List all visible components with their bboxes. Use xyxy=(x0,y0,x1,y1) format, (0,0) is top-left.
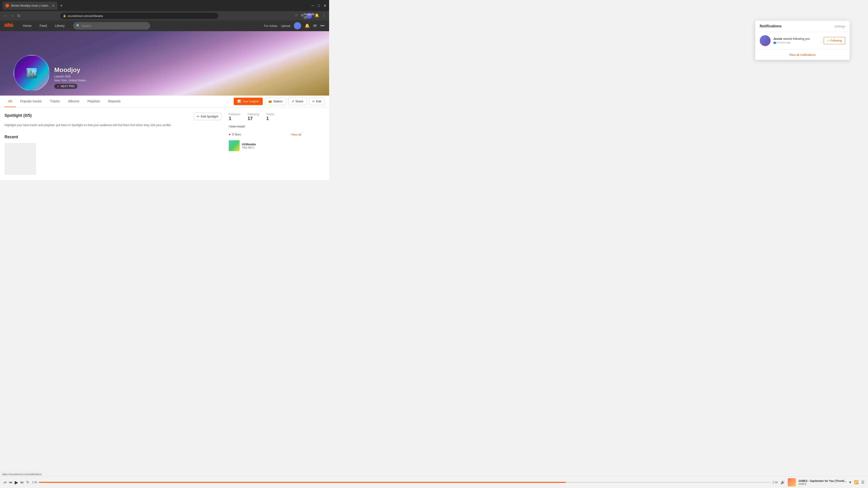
profile-background xyxy=(0,31,329,96)
liked-track-info: A24beaba Your Mix 1 xyxy=(242,142,256,149)
following-value: 17 xyxy=(248,116,259,121)
share-button[interactable]: ↗ Share xyxy=(288,98,307,105)
nav-notifications-bell[interactable]: 🔔 xyxy=(305,23,310,28)
tab-popular-tracks[interactable]: Popular tracks xyxy=(17,96,45,107)
spotlight-title: Spotlight (0/5) xyxy=(4,113,32,118)
followers-value: 1 xyxy=(229,116,240,121)
new-tab-button[interactable]: + xyxy=(60,3,63,8)
recent-track-thumb[interactable] xyxy=(4,143,36,175)
window-controls: ─ □ ✕ xyxy=(311,4,327,8)
liked-item[interactable]: A24beaba Your Mix 1 xyxy=(229,139,301,153)
main-content: Spotlight (0/5) ✏ Edit Spotlight Highlig… xyxy=(0,107,329,180)
svg-rect-0 xyxy=(4,24,5,27)
profile-avatar: 🏙️ xyxy=(13,55,50,91)
url-input[interactable]: 🔒 soundcloud.com/a24beaba xyxy=(60,13,218,19)
reload-button[interactable]: ↻ xyxy=(17,13,21,18)
svg-rect-1 xyxy=(6,23,6,27)
extensions-button[interactable]: ⚙ xyxy=(301,13,304,19)
tab-tracks[interactable]: Tracks xyxy=(46,96,64,107)
liked-track-name: Your Mix 1 xyxy=(242,146,256,149)
pro-label: NEXT PRO xyxy=(61,85,74,88)
content-left: Spotlight (0/5) ✏ Edit Spotlight Highlig… xyxy=(4,113,221,175)
notifications-button[interactable]: 🔔 xyxy=(315,13,319,19)
content-right: Followers 1 Following 17 Tracks 1 I love… xyxy=(229,113,301,175)
secure-icon: 🔒 xyxy=(63,14,66,18)
following-label: Following xyxy=(248,113,259,116)
radio-icon: 📻 xyxy=(268,100,272,103)
nav-right: For Artists Upload 🔔 ✉ ••• xyxy=(264,22,324,29)
liked-track-user: A24beaba xyxy=(242,142,256,146)
nav-library[interactable]: Library xyxy=(51,20,69,31)
likes-section: ♥ 9 likes View all A24beaba Your Mix 1 xyxy=(229,133,301,153)
search-input[interactable] xyxy=(82,24,147,28)
nav-home[interactable]: Home xyxy=(19,20,35,31)
user-avatar[interactable] xyxy=(294,22,301,29)
tab-close-button[interactable]: ✕ xyxy=(52,4,55,7)
pencil-spotlight-icon: ✏ xyxy=(197,115,199,118)
likes-title: ♥ 9 likes xyxy=(229,133,241,136)
profile-button[interactable]: Incognito (2) xyxy=(307,13,312,19)
browser-toolbar: ☆ ⚙ Incognito (2) 🔔 ⋮ xyxy=(295,13,326,19)
svg-rect-4 xyxy=(9,24,10,27)
tracks-value: 1 xyxy=(266,116,274,121)
url-text: soundcloud.com/a24beaba xyxy=(68,14,103,18)
soundcloud-logo[interactable] xyxy=(4,22,13,29)
tracks-label: Tracks xyxy=(266,113,274,116)
browser-tab[interactable]: Stream Moodjoy music | Listen... ✕ xyxy=(3,2,57,10)
tab-albums[interactable]: Albums xyxy=(64,96,83,107)
top-nav: Home Feed Library 🔍 For Artists Upload 🔔… xyxy=(0,20,329,31)
profile-location: New York, United States xyxy=(54,78,86,82)
svg-rect-5 xyxy=(10,24,11,27)
stat-following: Following 17 xyxy=(248,113,259,121)
likes-header: ♥ 9 likes View all xyxy=(229,133,301,136)
view-all-likes[interactable]: View all xyxy=(291,133,301,136)
browser-chrome: Stream Moodjoy music | Listen... ✕ + ─ □… xyxy=(0,0,329,11)
edit-spotlight-button[interactable]: ✏ Edit Spotlight xyxy=(193,113,221,120)
nav-for-artists[interactable]: For Artists xyxy=(264,24,277,28)
stat-followers: Followers 1 xyxy=(229,113,240,121)
bar-chart-icon: 📊 xyxy=(237,100,241,103)
svg-rect-7 xyxy=(12,24,13,27)
share-icon: ↗ xyxy=(291,100,294,103)
tab-reposts[interactable]: Reposts xyxy=(104,96,124,107)
profile-pro-badge[interactable]: ★ NEXT PRO xyxy=(54,84,77,89)
tab-all[interactable]: All xyxy=(4,96,16,107)
profile-action-buttons: 📊 Your Insights 📻 Station ↗ Share ✏ Edit xyxy=(234,98,324,105)
pencil-icon: ✏ xyxy=(312,100,315,103)
more-button[interactable]: ⋮ xyxy=(322,13,326,19)
spotlight-section: Spotlight (0/5) ✏ Edit Spotlight Highlig… xyxy=(4,113,221,127)
profile-info: Moodjoy Lauren Deli New York, United Sta… xyxy=(54,66,86,89)
insights-button[interactable]: 📊 Your Insights xyxy=(234,98,263,105)
nav-messages[interactable]: ✉ xyxy=(313,23,317,28)
liked-track-thumb xyxy=(229,140,240,151)
nav-upload[interactable]: Upload xyxy=(281,24,290,28)
recent-section: Recent xyxy=(4,135,221,175)
maximize-button[interactable]: □ xyxy=(318,4,320,8)
minimize-button[interactable]: ─ xyxy=(311,4,314,8)
svg-rect-2 xyxy=(7,24,7,27)
bookmark-button[interactable]: ☆ xyxy=(295,13,298,19)
profile-bio: I love music! xyxy=(229,125,301,128)
nav-feed[interactable]: Feed xyxy=(35,20,51,31)
close-button[interactable]: ✕ xyxy=(323,4,327,8)
forward-button[interactable]: → xyxy=(10,13,14,18)
tab-playlists[interactable]: Playlists xyxy=(84,96,103,107)
pro-star-icon: ★ xyxy=(57,85,59,88)
followers-label: Followers xyxy=(229,113,240,116)
soundcloud-app: Home Feed Library 🔍 For Artists Upload 🔔… xyxy=(0,20,329,180)
profile-header: 🏙️ Moodjoy Lauren Deli New York, United … xyxy=(0,31,329,96)
profile-name: Moodjoy xyxy=(54,66,86,74)
soundcloud-favicon xyxy=(5,4,9,7)
edit-button[interactable]: ✏ Edit xyxy=(309,98,324,105)
stats-row: Followers 1 Following 17 Tracks 1 xyxy=(229,113,301,121)
heart-icon: ♥ xyxy=(229,133,230,136)
tab-title: Stream Moodjoy music | Listen... xyxy=(11,4,50,7)
profile-tabs-bar: All Popular tracks Tracks Albums Playlis… xyxy=(0,96,329,107)
station-button[interactable]: 📻 Station xyxy=(265,98,286,105)
search-icon: 🔍 xyxy=(76,24,80,28)
back-button[interactable]: ← xyxy=(4,13,8,18)
search-bar[interactable]: 🔍 xyxy=(73,22,150,29)
nav-more-menu[interactable]: ••• xyxy=(320,24,324,28)
svg-rect-6 xyxy=(11,23,12,27)
svg-rect-3 xyxy=(8,23,8,27)
